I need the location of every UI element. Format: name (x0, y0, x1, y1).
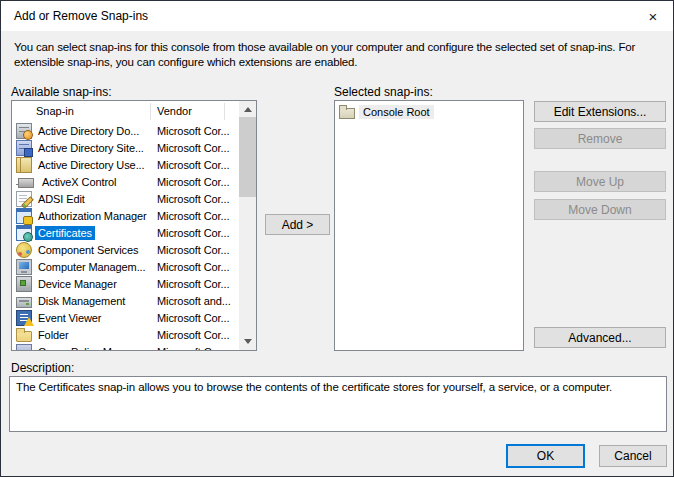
activex-icon (18, 178, 34, 188)
device-manager-icon (16, 276, 32, 292)
snapin-vendor: Microsoft Cor... (157, 210, 229, 222)
scrollbar[interactable] (239, 101, 256, 350)
snapin-label: Computer Managem... (35, 260, 149, 274)
ad-domains-icon (16, 123, 32, 139)
ad-users-icon (16, 157, 32, 173)
close-icon[interactable]: × (639, 5, 667, 28)
snapin-label: Disk Management (35, 294, 128, 308)
window-title: Add or Remove Snap-ins (14, 9, 148, 23)
ad-sites-icon (16, 140, 32, 156)
snapin-row[interactable]: FolderMicrosoft Cor... (12, 326, 239, 343)
snapin-label: Certificates (35, 226, 95, 240)
add-remove-snapins-dialog: Add or Remove Snap-ins × You can select … (0, 0, 674, 477)
cancel-button[interactable]: Cancel (599, 445, 667, 467)
snapin-label: Device Manager (35, 277, 120, 291)
snapin-vendor: Microsoft Cor... (157, 193, 229, 205)
available-snapins-label: Available snap-ins: (11, 85, 112, 99)
snapin-vendor: Microsoft Cor... (157, 142, 229, 154)
snapin-label: Group Policy Man... (35, 345, 136, 351)
selected-snapins-label: Selected snap-ins: (334, 85, 433, 99)
snapin-label: Folder (35, 328, 72, 342)
column-header-snapin[interactable]: Snap-in (36, 105, 74, 117)
snapin-row[interactable]: Active Directory Use...Microsoft Cor... (12, 156, 239, 173)
snapin-label: Authorization Manager (35, 209, 150, 223)
snapin-vendor: Microsoft Cor... (157, 244, 229, 256)
component-services-icon (16, 242, 32, 258)
adsi-edit-icon (16, 191, 32, 207)
snapin-row[interactable]: Disk ManagementMicrosoft and... (12, 292, 239, 309)
computer-management-icon (16, 259, 32, 275)
snapin-row[interactable]: ActiveX ControlMicrosoft Cor... (12, 173, 239, 190)
scrollbar-thumb[interactable] (239, 117, 256, 197)
snapin-row[interactable]: Active Directory Do...Microsoft Cor... (12, 122, 239, 139)
add-button[interactable]: Add > (265, 214, 330, 235)
folder-icon (16, 331, 32, 342)
snapin-label: ActiveX Control (39, 175, 119, 189)
selected-snapin-label: Console Root (359, 105, 434, 119)
disk-management-icon (16, 297, 32, 308)
authorization-manager-icon (16, 208, 32, 224)
snapin-label: Active Directory Do... (35, 124, 142, 138)
remove-button: Remove (534, 128, 666, 149)
snapin-label: Component Services (35, 243, 141, 257)
intro-line-1: You can select snap-ins for this console… (14, 40, 666, 55)
intro-line-2: extensible snap-ins, you can configure w… (14, 55, 666, 70)
snapin-vendor: Microsoft Cor... (157, 176, 229, 188)
snapin-vendor: Microsoft Cor... (157, 227, 229, 239)
snapin-vendor: Microsoft Cor... (157, 278, 229, 290)
selected-snapins-list: Console Root (334, 100, 524, 351)
column-divider (224, 103, 225, 120)
snapin-row[interactable]: Component ServicesMicrosoft Cor... (12, 241, 239, 258)
snapin-row[interactable]: CertificatesMicrosoft Cor... (12, 224, 239, 241)
description-box: The Certificates snap-in allows you to b… (9, 376, 667, 432)
list-header: Snap-in Vendor (12, 101, 256, 122)
snapin-row[interactable]: ADSI EditMicrosoft Cor... (12, 190, 239, 207)
snapin-label: Event Viewer (35, 311, 104, 325)
column-header-vendor[interactable]: Vendor (157, 105, 192, 117)
certificates-icon (16, 225, 32, 241)
snapin-vendor: Microsoft and... (157, 295, 231, 307)
available-snapins-list: Snap-in Vendor Active Directory Do...Mic… (11, 100, 257, 351)
snapin-vendor: Microsoft Cor... (157, 125, 229, 137)
event-viewer-icon (16, 310, 32, 326)
advanced-button[interactable]: Advanced... (534, 327, 666, 348)
snapin-row[interactable]: Event ViewerMicrosoft Cor... (12, 309, 239, 326)
move-up-button: Move Up (534, 171, 666, 192)
snapin-label: ADSI Edit (35, 192, 88, 206)
snapin-row[interactable]: Authorization ManagerMicrosoft Cor... (12, 207, 239, 224)
group-policy-icon (16, 344, 32, 351)
snapin-row[interactable]: Computer Managem...Microsoft Cor... (12, 258, 239, 275)
scrollbar-down-icon[interactable] (239, 333, 256, 350)
move-down-button: Move Down (534, 199, 666, 220)
snapin-rows: Active Directory Do...Microsoft Cor...Ac… (12, 122, 239, 350)
snapin-row[interactable]: Group Policy Man...Microsoft C... (12, 343, 239, 350)
selected-snapin-item[interactable]: Console Root (335, 101, 523, 119)
snapin-label: Active Directory Site... (35, 141, 147, 155)
snapin-row[interactable]: Device ManagerMicrosoft Cor... (12, 275, 239, 292)
edit-extensions-button[interactable]: Edit Extensions... (534, 101, 666, 122)
snapin-row[interactable]: Active Directory Site...Microsoft Cor... (12, 139, 239, 156)
console-root-folder-icon (339, 108, 355, 119)
ok-button[interactable]: OK (506, 444, 585, 468)
scrollbar-up-icon[interactable] (239, 101, 256, 118)
titlebar: Add or Remove Snap-ins × (1, 1, 673, 31)
snapin-vendor: Microsoft Cor... (157, 159, 229, 171)
snapin-vendor: Microsoft Cor... (157, 329, 229, 341)
snapin-vendor: Microsoft C... (157, 346, 220, 351)
snapin-label: Active Directory Use... (35, 158, 148, 172)
intro-text: You can select snap-ins for this console… (14, 40, 666, 70)
description-label: Description: (11, 361, 74, 375)
snapin-vendor: Microsoft Cor... (157, 261, 229, 273)
snapin-vendor: Microsoft Cor... (157, 312, 229, 324)
column-divider (150, 103, 151, 120)
